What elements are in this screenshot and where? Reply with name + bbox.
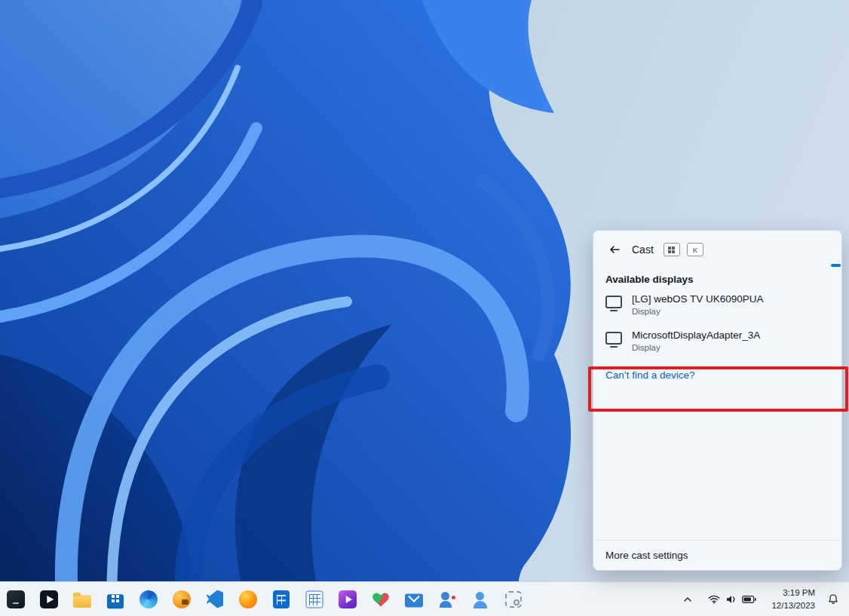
device-row-display-adapter[interactable]: MicrosoftDisplayAdapter_3A Display [593, 323, 841, 359]
taskbar-people-icon[interactable] [468, 587, 492, 611]
flyout-title: Cast [632, 244, 654, 256]
device-type: Display [632, 343, 760, 352]
taskbar-terminal-icon[interactable] [4, 587, 28, 611]
taskbar-snipping-tool-icon[interactable] [501, 587, 526, 611]
k-key-badge: K [687, 243, 703, 256]
cast-flyout-header: Cast K [593, 231, 841, 262]
taskbar-security-app-icon[interactable] [170, 587, 194, 611]
taskbar-edge-icon[interactable] [136, 587, 161, 611]
device-row-lg-tv[interactable]: [LG] webOS TV UK6090PUA Display [593, 287, 841, 323]
available-displays-heading: Available displays [605, 274, 829, 285]
bell-icon [828, 593, 838, 605]
date: 12/13/2023 [771, 599, 815, 611]
notification-bell-button[interactable] [823, 588, 843, 611]
device-name: [LG] webOS TV UK6090PUA [632, 293, 764, 305]
cast-flyout: Cast K Available displays [LG] webOS TV … [593, 230, 842, 571]
device-type: Display [632, 307, 764, 316]
taskbar-spreadsheet-icon[interactable] [302, 587, 326, 611]
taskbar-media-player-icon[interactable] [37, 587, 61, 611]
display-icon [605, 296, 622, 308]
taskbar-movies-app-icon[interactable] [336, 587, 360, 611]
back-button[interactable] [604, 240, 625, 259]
taskbar-browser-icon[interactable] [236, 587, 260, 611]
device-name: MicrosoftDisplayAdapter_3A [632, 329, 760, 341]
network-volume-battery-button[interactable] [701, 590, 763, 609]
windows-key-icon [668, 247, 675, 253]
time: 3:19 PM [771, 587, 815, 599]
back-icon [608, 244, 621, 255]
battery-icon [742, 596, 756, 603]
chevron-up-icon [683, 596, 692, 602]
windows-key-badge [664, 243, 680, 256]
wifi-icon [708, 595, 720, 604]
taskbar-microsoft-store-icon[interactable] [103, 587, 127, 611]
hidden-icons-button[interactable] [678, 588, 697, 611]
scroll-indicator[interactable] [831, 264, 841, 267]
taskbar-apps [0, 587, 526, 611]
clock[interactable]: 3:19 PM 12/13/2023 [767, 584, 820, 613]
taskbar-health-app-icon[interactable] [369, 587, 393, 611]
device-info: MicrosoftDisplayAdapter_3A Display [632, 329, 760, 352]
volume-icon [725, 595, 737, 604]
display-icon [605, 332, 622, 345]
system-tray: 3:19 PM 12/13/2023 [678, 584, 849, 613]
taskbar-calculator-icon[interactable] [269, 587, 293, 611]
device-info: [LG] webOS TV UK6090PUA Display [632, 293, 764, 316]
taskbar-mail-icon[interactable] [402, 587, 426, 611]
cant-find-device-link[interactable]: Can’t find a device? [593, 359, 841, 391]
more-cast-settings[interactable]: More cast settings [593, 540, 841, 570]
taskbar: 3:19 PM 12/13/2023 [0, 581, 849, 616]
taskbar-vscode-icon[interactable] [203, 587, 227, 611]
screen: Cast K Available displays [LG] webOS TV … [0, 0, 849, 616]
taskbar-file-explorer-icon[interactable] [70, 587, 94, 611]
taskbar-feedback-hub-icon[interactable] [435, 587, 459, 611]
flyout-spacer [593, 391, 841, 540]
